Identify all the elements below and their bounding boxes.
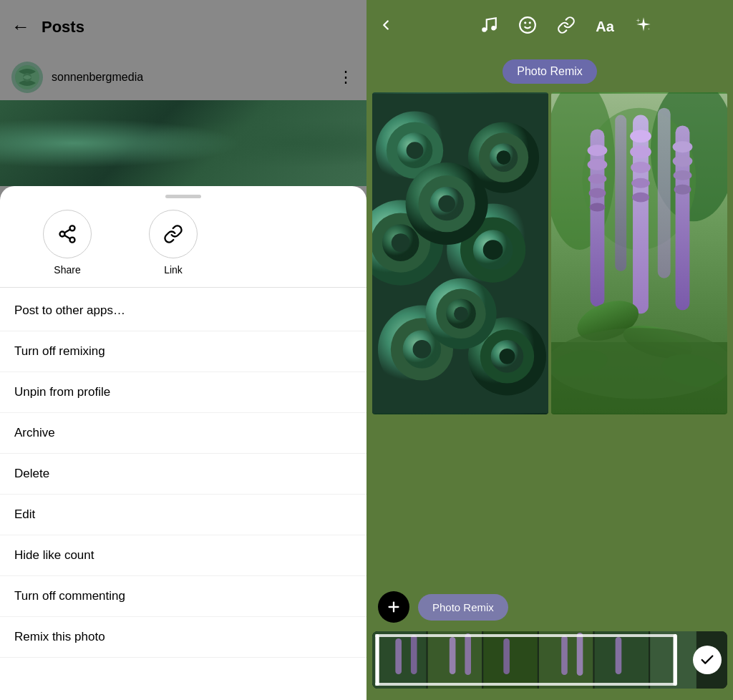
svg-rect-93 [375, 634, 676, 637]
svg-point-28 [483, 240, 503, 260]
menu-item-delete[interactable]: Delete [0, 454, 366, 495]
svg-point-9 [520, 17, 535, 33]
svg-point-66 [674, 170, 692, 180]
svg-rect-91 [375, 634, 379, 686]
svg-line-5 [64, 235, 70, 239]
share-label: Share [54, 264, 80, 276]
svg-rect-86 [465, 633, 471, 675]
handle-bar [165, 195, 201, 198]
menu-item-turn-off-remixing[interactable]: Turn off remixing [0, 331, 366, 372]
svg-point-16 [407, 142, 424, 159]
svg-point-58 [590, 203, 606, 212]
link-action[interactable]: Link [149, 210, 198, 276]
top-bar: ← Posts [0, 0, 366, 54]
back-button[interactable]: ← [11, 16, 30, 38]
svg-point-73 [551, 328, 727, 399]
menu-item-remix-photo[interactable]: Remix this photo [0, 617, 366, 658]
right-topbar-icons: Aa [411, 16, 722, 39]
more-options-button[interactable]: ⋮ [338, 68, 355, 87]
svg-point-59 [630, 130, 651, 142]
music-icon[interactable] [480, 16, 498, 39]
sparkle-icon[interactable] [634, 16, 653, 39]
svg-point-62 [631, 178, 650, 188]
link-label: Link [164, 264, 183, 276]
sheet-handle [0, 186, 366, 204]
filmstrip-inner [372, 631, 727, 689]
svg-rect-53 [676, 125, 690, 310]
background-image-strip [0, 100, 366, 186]
photo-right-lupines [551, 92, 727, 414]
menu-list: Post to other apps… Turn off remixing Un… [0, 291, 366, 658]
menu-item-post-other[interactable]: Post to other apps… [0, 291, 366, 331]
photo-area [366, 92, 733, 414]
svg-rect-90 [616, 637, 622, 674]
svg-point-20 [497, 150, 511, 165]
svg-rect-49 [615, 115, 626, 271]
svg-rect-88 [561, 636, 568, 675]
emoji-icon[interactable] [518, 16, 537, 39]
svg-rect-89 [577, 633, 583, 676]
svg-rect-52 [633, 115, 649, 314]
svg-point-56 [588, 174, 607, 184]
remix-badge-pill-top: Photo Remix [503, 59, 597, 84]
svg-point-63 [632, 193, 649, 203]
link-icon-circle [149, 210, 198, 258]
menu-item-unpin[interactable]: Unpin from profile [0, 372, 366, 413]
svg-point-65 [673, 155, 693, 167]
svg-point-44 [454, 306, 468, 321]
filmstrip-check-button[interactable] [693, 646, 722, 674]
menu-item-turn-off-commenting[interactable]: Turn off commenting [0, 576, 366, 617]
photo-remix-pill-bottom[interactable]: Photo Remix [418, 594, 508, 621]
plus-button[interactable] [378, 591, 409, 623]
left-panel: ← Posts sonnenbergmedia ⋮ [0, 0, 366, 700]
photo-remix-badge-top: Photo Remix [366, 59, 733, 84]
svg-line-6 [64, 230, 70, 233]
svg-rect-94 [375, 683, 676, 686]
svg-rect-79 [483, 631, 537, 689]
svg-point-57 [589, 188, 606, 198]
svg-point-8 [491, 26, 496, 31]
squiggle-icon[interactable] [557, 16, 576, 39]
svg-rect-85 [450, 637, 456, 674]
text-icon[interactable]: Aa [596, 19, 614, 35]
bottom-bar: Photo Remix [366, 585, 733, 628]
svg-point-54 [588, 145, 608, 156]
svg-rect-83 [395, 638, 402, 674]
svg-point-24 [392, 233, 410, 252]
avatar [11, 62, 43, 93]
svg-rect-92 [674, 634, 677, 686]
photo-left-succulents [372, 92, 548, 414]
svg-point-67 [674, 185, 691, 195]
profile-row: sonnenbergmedia ⋮ [0, 54, 366, 100]
svg-rect-50 [658, 108, 671, 278]
svg-point-40 [500, 349, 515, 364]
right-panel: Aa Photo Remix [366, 0, 733, 700]
menu-item-archive[interactable]: Archive [0, 413, 366, 454]
action-icons-row: Share Link [0, 204, 366, 288]
bottom-sheet: Share Link Post to other apps… Turn off … [0, 186, 366, 700]
filmstrip [372, 631, 727, 689]
right-back-button[interactable] [378, 17, 394, 37]
svg-point-60 [630, 145, 651, 158]
svg-point-55 [588, 159, 608, 170]
username-label: sonnenbergmedia [52, 71, 338, 84]
svg-point-64 [673, 141, 693, 152]
svg-point-36 [413, 340, 432, 359]
menu-item-edit[interactable]: Edit [0, 495, 366, 535]
svg-point-32 [438, 195, 455, 213]
share-icon-circle [43, 210, 92, 258]
bottom-controls: Photo Remix [366, 414, 733, 700]
svg-point-61 [631, 162, 651, 173]
right-topbar: Aa [366, 0, 733, 54]
menu-item-hide-like[interactable]: Hide like count [0, 535, 366, 576]
page-title: Posts [42, 18, 355, 37]
svg-rect-84 [411, 635, 417, 674]
svg-point-7 [482, 27, 487, 32]
share-action[interactable]: Share [43, 210, 92, 276]
svg-rect-87 [503, 638, 510, 674]
